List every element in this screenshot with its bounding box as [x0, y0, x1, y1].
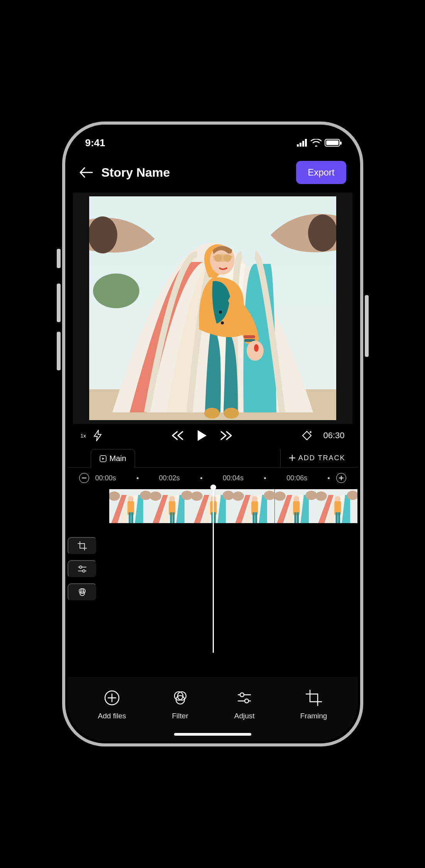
- svg-point-48: [252, 496, 258, 502]
- add-files-label: Add files: [98, 712, 126, 720]
- home-indicator[interactable]: [174, 733, 251, 736]
- timeline-ruler: 00:00s 00:02s 00:04s 00:06s: [68, 468, 358, 487]
- ruler-mark: 00:04s: [223, 474, 244, 482]
- clip-thumb: [151, 489, 192, 523]
- video-icon: [100, 455, 107, 462]
- page-title: Story Name: [102, 165, 288, 180]
- svg-point-16: [204, 408, 220, 419]
- svg-point-27: [128, 496, 134, 502]
- svg-point-64: [83, 570, 85, 572]
- add-track-button[interactable]: ADD TRACK: [280, 449, 352, 467]
- svg-rect-47: [255, 512, 257, 523]
- duration-label: 06:30: [323, 431, 344, 441]
- ruler-dot: [200, 477, 202, 479]
- svg-point-12: [254, 344, 259, 352]
- ruler-dot: [137, 477, 139, 479]
- svg-rect-25: [129, 512, 130, 523]
- adjust-tool[interactable]: [68, 560, 97, 578]
- playhead[interactable]: [213, 487, 214, 653]
- svg-rect-1: [300, 143, 301, 147]
- svg-point-8: [93, 274, 139, 308]
- svg-rect-53: [294, 512, 296, 523]
- keyframe-icon[interactable]: [301, 430, 312, 441]
- playback-bar: 1x 06:30: [68, 424, 358, 447]
- svg-point-63: [80, 566, 82, 568]
- svg-rect-0: [297, 144, 299, 147]
- svg-point-34: [169, 496, 175, 502]
- zoom-in-button[interactable]: [336, 473, 346, 483]
- svg-point-17: [224, 408, 239, 419]
- clip-thumb: [233, 489, 274, 523]
- svg-rect-40: [214, 512, 216, 523]
- framing-icon: [305, 689, 322, 706]
- svg-point-15: [224, 254, 231, 262]
- status-bar: 9:41: [68, 127, 358, 154]
- ruler-dot: [328, 477, 330, 479]
- framing-label: Framing: [300, 712, 327, 720]
- back-button[interactable]: [79, 166, 93, 179]
- track-tabs: Main ADD TRACK: [68, 449, 358, 468]
- filter-label: Filter: [172, 712, 188, 720]
- zoom-out-button[interactable]: [79, 473, 89, 483]
- filter-icon: [172, 689, 189, 706]
- status-time: 9:41: [85, 137, 105, 149]
- clip-thumb: [275, 489, 316, 523]
- play-button[interactable]: [196, 429, 207, 442]
- svg-point-55: [293, 496, 299, 502]
- adjust-button[interactable]: Adjust: [234, 689, 255, 720]
- filter-button[interactable]: Filter: [172, 689, 189, 720]
- cell-signal-icon: [297, 139, 308, 147]
- add-files-icon: [103, 689, 120, 706]
- adjust-label: Adjust: [234, 712, 255, 720]
- svg-rect-33: [173, 512, 174, 523]
- framing-button[interactable]: Framing: [300, 689, 327, 720]
- plus-icon: [289, 455, 295, 461]
- ruler-mark: 00:00s: [95, 474, 116, 482]
- adjust-icon: [236, 689, 253, 706]
- svg-point-6: [89, 216, 117, 253]
- add-track-label: ADD TRACK: [298, 454, 345, 462]
- forward-button[interactable]: [220, 431, 233, 441]
- video-clip[interactable]: [109, 489, 358, 523]
- svg-point-19: [221, 321, 224, 324]
- tab-main[interactable]: Main: [91, 449, 135, 468]
- svg-rect-54: [297, 512, 299, 523]
- svg-point-73: [245, 699, 249, 703]
- crop-tool[interactable]: [68, 537, 97, 555]
- rewind-button[interactable]: [171, 431, 184, 441]
- flash-icon[interactable]: [93, 430, 102, 441]
- svg-point-7: [308, 214, 336, 252]
- header-bar: Story Name Export: [68, 154, 358, 193]
- bottom-toolbar: Add files Filter Adjust Framing: [68, 677, 358, 741]
- ruler-dot: [264, 477, 266, 479]
- filter-tool[interactable]: [68, 583, 97, 601]
- preview-image: [89, 196, 336, 420]
- svg-point-62: [335, 496, 340, 502]
- svg-point-18: [219, 311, 222, 314]
- video-preview[interactable]: [73, 193, 352, 424]
- svg-rect-61: [338, 512, 340, 523]
- side-tools: [68, 537, 97, 601]
- clip-thumb: [109, 489, 151, 523]
- svg-point-72: [240, 693, 244, 697]
- tab-main-label: Main: [110, 454, 126, 463]
- speed-button[interactable]: 1x: [81, 433, 86, 439]
- ruler-mark: 00:02s: [159, 474, 180, 482]
- svg-rect-26: [131, 512, 133, 523]
- battery-icon: [325, 139, 340, 147]
- add-files-button[interactable]: Add files: [98, 689, 126, 720]
- clip-thumb: [316, 489, 357, 523]
- wifi-icon: [311, 139, 322, 147]
- svg-rect-46: [253, 512, 255, 523]
- svg-rect-9: [244, 335, 255, 338]
- export-button[interactable]: Export: [296, 161, 346, 184]
- svg-rect-32: [170, 512, 172, 523]
- ruler-mark: 00:06s: [286, 474, 307, 482]
- svg-rect-2: [302, 141, 304, 147]
- svg-point-14: [214, 254, 222, 262]
- timeline[interactable]: [68, 487, 358, 677]
- svg-rect-3: [305, 139, 307, 147]
- svg-rect-60: [336, 512, 338, 523]
